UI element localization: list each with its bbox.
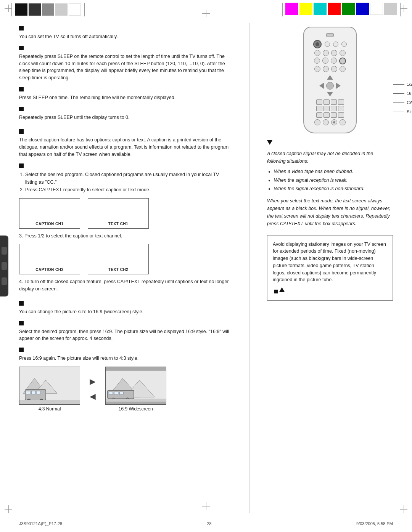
remote-grid-btn-5 [316, 106, 322, 111]
widescreen-section: You can change the picture size to 16:9 … [19, 298, 232, 412]
footer-left: J3S90121A(E)_P17-28 [19, 521, 62, 526]
remote-btn-b [333, 42, 338, 47]
caption-ch1-label: CAPTION CH1 [35, 222, 63, 226]
color-blocks-right [282, 3, 401, 16]
remote-grid-btn-6 [323, 106, 330, 111]
remote-grid-btn-8 [338, 106, 344, 111]
center-crosshair-top [202, 10, 210, 17]
remote-grid-btn-3 [331, 99, 337, 105]
remote-grid-btn-10 [323, 112, 330, 118]
remote-dpad [319, 75, 341, 96]
remote-number-grid-1 [316, 99, 344, 118]
remote-btn-a [325, 42, 330, 47]
remote-btn-4c [331, 66, 337, 72]
widescreen-tv-container: 16:9 Widescreen [105, 367, 166, 412]
crosshair-top-left [5, 5, 12, 12]
crosshair-bottom-right [400, 505, 407, 513]
remote-btn-3c [331, 58, 337, 64]
center-crosshair-bottom [202, 502, 210, 510]
cc-step3-text: 3. Press 1/2 to select the caption or te… [19, 232, 232, 240]
remote-grid-btn-1 [316, 99, 322, 105]
remote-dpad-right [336, 83, 341, 89]
sleep-step1: Repeatedly press SLEEP on the remote con… [19, 53, 232, 82]
remote-label-169: 16:9 [393, 89, 412, 98]
caption-ch2-box: CAPTION CH2 [19, 244, 80, 274]
remote-row-2 [314, 50, 346, 56]
remote-dpad-up [327, 75, 333, 80]
remote-grid-btn-11 [331, 112, 337, 118]
cc-step4: 4. To turn off the closed caption featur… [19, 278, 232, 293]
section-marker-ws-3 [19, 348, 24, 352]
section-marker-cc-2 [19, 163, 24, 168]
footer-right: 9/03/2005, 5:58 PM [356, 521, 393, 526]
right-column: 1/2 16:9 CAP/TEXT Sleep A closed c [263, 23, 393, 513]
widescreen-tv-image [105, 367, 166, 405]
section-marker-ws-2 [19, 321, 24, 325]
remote-grid-btn-9 [316, 112, 322, 118]
remote-btn-3a [314, 58, 320, 64]
svg-rect-9 [19, 400, 80, 405]
footer-center: 28 [207, 521, 211, 526]
remote-btn-bot-a [314, 119, 320, 125]
remote-grid-btn-2 [323, 99, 330, 105]
remote-row-4 [314, 66, 346, 72]
section-marker-right-1 [267, 140, 272, 145]
svg-rect-5 [32, 391, 35, 394]
remote-btn-4a [314, 66, 320, 72]
caption-ch1-box: CAPTION CH1 [19, 198, 80, 229]
remote-row-bottom [314, 119, 346, 125]
section-marker-sleep-1 [19, 26, 24, 30]
cc-steps-list: Select the desired program. Closed capti… [25, 171, 232, 194]
crosshair-top-right [400, 5, 407, 12]
text-ch2-label: TEXT CH2 [108, 268, 128, 272]
ws-step1: Select the desired program, then press 1… [19, 328, 232, 343]
arrows-container: ► ◄ [88, 376, 98, 402]
remote-btn-bot-c [331, 119, 337, 125]
cc-step1: Select the desired program. Closed capti… [25, 171, 232, 186]
remote-btn-4b [323, 66, 329, 72]
remote-label-captext: CAP/TEXT [393, 98, 412, 107]
signal-warning-bullets: When a video tape has been dubbed. When … [271, 167, 393, 193]
svg-rect-6 [37, 391, 40, 394]
left-column: You can set the TV so it turns off autom… [19, 23, 236, 513]
cc-intro: The closed caption feature has two optio… [19, 136, 232, 158]
column-divider [249, 23, 250, 513]
remote-btn-c [341, 42, 347, 47]
svg-rect-11 [106, 367, 166, 371]
remote-btn-3b [322, 58, 328, 64]
svg-rect-21 [106, 399, 166, 402]
remote-grid-btn-7 [331, 106, 337, 111]
section-marker-cc-1 [19, 129, 24, 134]
handle-button-3 [2, 277, 7, 285]
normal-tv-image [19, 367, 80, 405]
ws-intro: You can change the picture size to 16:9 … [19, 308, 232, 316]
svg-rect-18 [119, 392, 123, 394]
signal-bullet-1: When a video tape has been dubbed. [274, 167, 393, 176]
sleep-step2: Press SLEEP one time. The remaining time… [19, 94, 232, 101]
remote-btn-2c [331, 50, 337, 56]
ws-step2: Press 16:9 again. The picture size will … [19, 355, 232, 362]
remote-dpad-left [319, 83, 324, 89]
remote-sensor [326, 33, 334, 37]
remote-row-1 [313, 40, 347, 48]
normal-label: 4:3 Normal [19, 406, 80, 412]
remote-labels: 1/2 16:9 CAP/TEXT Sleep [393, 80, 412, 117]
caption-ch2-label: CAPTION CH2 [35, 268, 63, 272]
section-marker-ws-1 [19, 301, 24, 306]
widescreen-label: 16:9 Widescreen [105, 406, 166, 412]
caption-text-row-2: CAPTION CH2 TEXT CH2 [19, 244, 232, 274]
section-marker-sleep-4 [19, 107, 24, 111]
reg-marks-left [11, 3, 85, 16]
normal-tv-svg [19, 367, 80, 405]
handle-button-2 [2, 262, 7, 270]
section-marker-sleep-2 [19, 46, 24, 50]
remote-power-btn [313, 40, 322, 48]
side-handle [0, 236, 8, 296]
closed-captions-section: The closed caption feature has two optio… [19, 126, 232, 293]
widescreen-comparison: 4:3 Normal ► ◄ [19, 367, 232, 412]
remote-btn-bot-d [340, 119, 346, 125]
remote-row-3 [314, 58, 346, 64]
text-ch1-box: TEXT CH1 [88, 198, 149, 229]
remote-grid-btn-12 [338, 112, 344, 118]
section-marker-sleep-3 [19, 87, 24, 91]
